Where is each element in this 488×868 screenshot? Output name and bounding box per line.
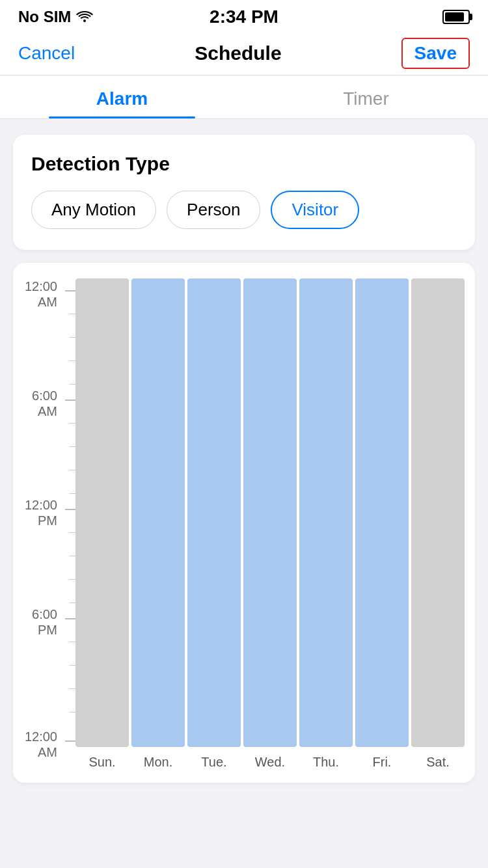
day-col-thu[interactable] (299, 278, 353, 747)
day-label-tue: Tue. (187, 755, 241, 770)
schedule-card: 12:00AM 6:00AM 12:00PM (13, 263, 475, 783)
day-label-wed: Wed. (243, 755, 297, 770)
cancel-button[interactable]: Cancel (18, 43, 75, 64)
time-label-12am-bottom: 12:00AM (25, 729, 57, 760)
tick-12am (65, 290, 75, 292)
tick-6am (65, 400, 75, 401)
detection-type-title: Detection Type (31, 153, 457, 175)
tab-alarm[interactable]: Alarm (0, 75, 244, 118)
day-col-tue[interactable] (187, 278, 241, 747)
nav-bar: Cancel Schedule Save (0, 31, 488, 75)
day-bar-wed[interactable] (243, 278, 297, 747)
save-button[interactable]: Save (401, 38, 470, 69)
detection-visitor-button[interactable]: Visitor (271, 191, 359, 229)
day-bar-mon[interactable] (131, 278, 185, 747)
tick-6pm (65, 618, 75, 619)
status-carrier: No SIM (18, 8, 93, 26)
tick-12am-bottom (65, 740, 75, 742)
battery-icon (442, 10, 470, 24)
day-col-sat[interactable] (411, 278, 465, 747)
battery-fill (445, 12, 464, 21)
day-bar-sat[interactable] (411, 278, 465, 747)
day-bar-tue[interactable] (187, 278, 241, 747)
day-label-fri: Fri. (355, 755, 409, 770)
time-axis: 12:00AM 6:00AM 12:00PM (23, 278, 75, 747)
days-area (75, 278, 465, 747)
time-label-6am: 6:00AM (32, 388, 57, 419)
tick-12pm (65, 509, 75, 510)
svg-point-0 (83, 20, 86, 22)
day-bar-thu[interactable] (299, 278, 353, 747)
nav-title: Schedule (195, 42, 281, 64)
day-label-sat: Sat. (411, 755, 465, 770)
time-label-6pm: 6:00PM (32, 606, 57, 638)
tab-timer[interactable]: Timer (244, 75, 488, 118)
carrier-text: No SIM (18, 8, 71, 26)
day-bar-fri[interactable] (355, 278, 409, 747)
main-content: Detection Type Any Motion Person Visitor… (0, 119, 488, 798)
status-time: 2:34 PM (210, 7, 278, 27)
detection-person-button[interactable]: Person (167, 191, 260, 229)
detection-any-motion-button[interactable]: Any Motion (31, 191, 156, 229)
status-right (442, 10, 470, 24)
day-label-sun: Sun. (75, 755, 129, 770)
days-labels: Sun. Mon. Tue. Wed. Thu. Fri. Sat. (75, 755, 465, 770)
detection-type-card: Detection Type Any Motion Person Visitor (13, 135, 475, 250)
time-label-12am-top: 12:00AM (25, 278, 57, 310)
detection-buttons: Any Motion Person Visitor (31, 191, 457, 229)
status-bar: No SIM 2:34 PM (0, 0, 488, 31)
day-label-mon: Mon. (131, 755, 185, 770)
day-bar-sun[interactable] (75, 278, 129, 747)
day-label-thu: Thu. (299, 755, 353, 770)
tabs-container: Alarm Timer (0, 75, 488, 119)
day-col-mon[interactable] (131, 278, 185, 747)
time-label-12pm: 12:00PM (25, 497, 57, 528)
day-col-fri[interactable] (355, 278, 409, 747)
day-col-wed[interactable] (243, 278, 297, 747)
wifi-icon (76, 9, 93, 25)
day-col-sun[interactable] (75, 278, 129, 747)
chart-area: 12:00AM 6:00AM 12:00PM (23, 278, 465, 747)
